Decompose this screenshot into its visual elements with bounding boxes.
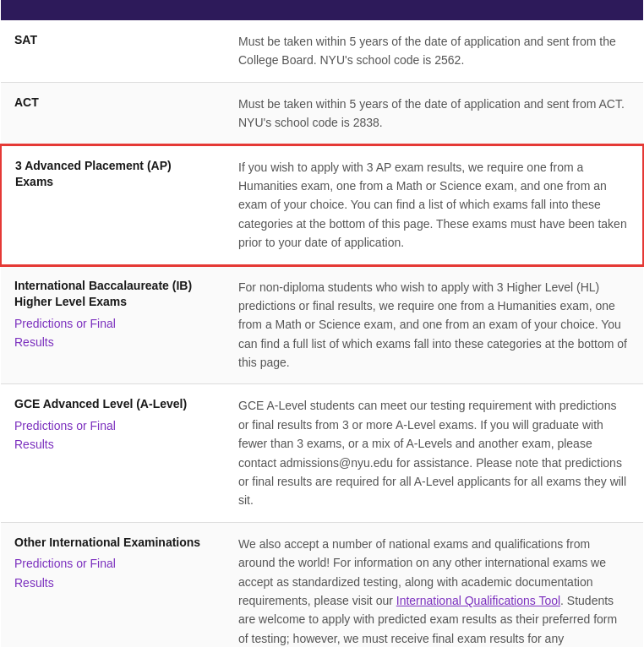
- row-label-act: ACT: [1, 82, 225, 144]
- row-main-label-sat: SAT: [14, 33, 37, 46]
- row-label-sat: SAT: [1, 20, 225, 82]
- row-sublabel-ib: Results: [14, 333, 211, 351]
- notes-link-other[interactable]: International Qualifications Tool: [396, 594, 560, 607]
- row-main-label-other: Other International Examinations: [14, 536, 200, 549]
- row-notes-ap: If you wish to apply with 3 AP exam resu…: [225, 145, 643, 265]
- row-sublabel-other: Predictions or Final: [14, 554, 211, 573]
- row-notes-other: We also accept a number of national exam…: [225, 522, 643, 647]
- col-header-notes: [225, 0, 643, 20]
- row-notes-gce: GCE A-Level students can meet our testin…: [225, 384, 643, 522]
- row-notes-sat: Must be taken within 5 years of the date…: [225, 20, 643, 82]
- row-main-label-ap: 3 Advanced Placement (AP) Exams: [15, 159, 172, 189]
- row-sublabel-gce: Predictions or Final: [14, 416, 211, 435]
- row-label-other: Other International ExaminationsPredicti…: [1, 522, 225, 647]
- row-main-label-ib: International Baccalaureate (IB) Higher …: [14, 279, 192, 309]
- row-notes-ib: For non-diploma students who wish to app…: [225, 265, 643, 384]
- row-main-label-act: ACT: [14, 95, 39, 109]
- row-notes-act: Must be taken within 5 years of the date…: [225, 82, 643, 144]
- row-sublabel-other: Results: [14, 574, 211, 592]
- row-label-gce: GCE Advanced Level (A-Level)Predictions …: [1, 384, 225, 522]
- row-main-label-gce: GCE Advanced Level (A-Level): [14, 397, 187, 410]
- row-sublabel-gce: Results: [14, 435, 211, 454]
- col-header-what: [1, 0, 225, 20]
- row-sublabel-ib: Predictions or Final: [14, 314, 211, 333]
- row-label-ib: International Baccalaureate (IB) Higher …: [1, 265, 225, 384]
- row-label-ap: 3 Advanced Placement (AP) Exams: [1, 145, 225, 265]
